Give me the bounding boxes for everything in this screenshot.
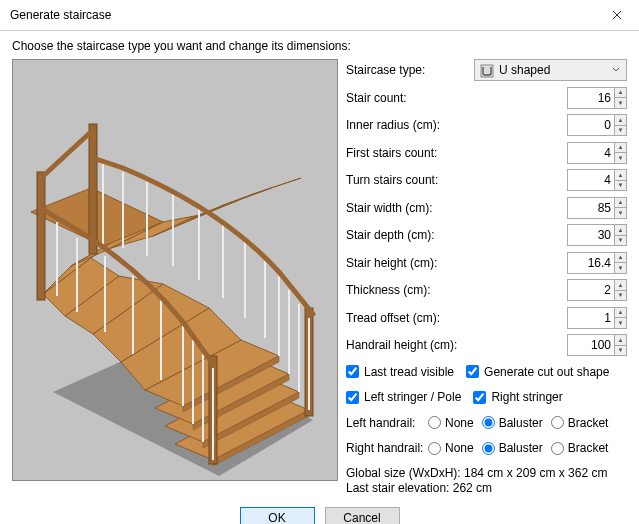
cut-out-checkbox[interactable]: Generate cut out shape (466, 365, 609, 379)
label-right-handrail: Right handrail: (346, 441, 428, 455)
right-handrail-none[interactable]: None (428, 441, 474, 455)
left-handrail-bracket[interactable]: Bracket (551, 416, 609, 430)
label-stair-count: Stair count: (346, 91, 466, 105)
stair-height-spinner[interactable]: ▲▼ (567, 252, 627, 274)
up-arrow-icon[interactable]: ▲ (615, 88, 626, 99)
instruction-text: Choose the staircase type you want and c… (12, 39, 627, 53)
staircase-preview[interactable] (12, 59, 338, 481)
label-stair-height: Stair height (cm): (346, 256, 466, 270)
tread-offset-input[interactable] (568, 308, 614, 328)
stair-width-input[interactable] (568, 198, 614, 218)
turn-stairs-input[interactable] (568, 170, 614, 190)
button-bar: OK Cancel (12, 507, 627, 524)
inner-radius-spinner[interactable]: ▲▼ (567, 114, 627, 136)
close-icon (612, 10, 622, 20)
handrail-height-input[interactable] (568, 335, 614, 355)
thickness-spinner[interactable]: ▲▼ (567, 279, 627, 301)
tread-offset-spinner[interactable]: ▲▼ (567, 307, 627, 329)
global-size-text: Global size (WxDxH): 184 cm x 209 cm x 3… (346, 466, 627, 482)
inner-radius-input[interactable] (568, 115, 614, 135)
right-stringer-checkbox[interactable]: Right stringer (473, 390, 562, 404)
dialog-content: Choose the staircase type you want and c… (0, 31, 639, 524)
label-first-stairs: First stairs count: (346, 146, 466, 160)
first-stairs-spinner[interactable]: ▲▼ (567, 142, 627, 164)
turn-stairs-spinner[interactable]: ▲▼ (567, 169, 627, 191)
parameter-form: Staircase type: U shaped Stair count: ▲▼ (346, 59, 627, 497)
label-inner-radius: Inner radius (cm): (346, 118, 466, 132)
last-tread-checkbox[interactable]: Last tread visible (346, 365, 454, 379)
label-type: Staircase type: (346, 63, 466, 77)
label-left-handrail: Left handrail: (346, 416, 428, 430)
left-handrail-none[interactable]: None (428, 416, 474, 430)
down-arrow-icon[interactable]: ▼ (615, 98, 626, 108)
thickness-input[interactable] (568, 280, 614, 300)
stair-height-input[interactable] (568, 253, 614, 273)
left-handrail-baluster[interactable]: Baluster (482, 416, 543, 430)
label-turn-stairs: Turn stairs count: (346, 173, 466, 187)
cancel-button[interactable]: Cancel (325, 507, 400, 524)
ok-button[interactable]: OK (240, 507, 315, 524)
svg-rect-23 (37, 172, 45, 300)
label-thickness: Thickness (cm): (346, 283, 466, 297)
label-stair-width: Stair width (cm): (346, 201, 466, 215)
label-tread-offset: Tread offset (cm): (346, 311, 466, 325)
u-shaped-icon (480, 64, 494, 78)
label-handrail-height: Handrail height (cm): (346, 338, 466, 352)
close-button[interactable] (594, 0, 639, 30)
svg-rect-22 (89, 124, 97, 254)
staircase-type-value: U shaped (499, 63, 550, 77)
info-block: Global size (WxDxH): 184 cm x 209 cm x 3… (346, 466, 627, 497)
stair-width-spinner[interactable]: ▲▼ (567, 197, 627, 219)
stair-depth-input[interactable] (568, 225, 614, 245)
staircase-3d-icon (13, 60, 337, 480)
label-stair-depth: Stair depth (cm): (346, 228, 466, 242)
last-elevation-text: Last stair elevation: 262 cm (346, 481, 627, 497)
title-bar: Generate staircase (0, 0, 639, 31)
right-handrail-bracket[interactable]: Bracket (551, 441, 609, 455)
right-handrail-baluster[interactable]: Baluster (482, 441, 543, 455)
stair-count-input[interactable] (568, 88, 614, 108)
window-title: Generate staircase (10, 8, 111, 22)
handrail-height-spinner[interactable]: ▲▼ (567, 334, 627, 356)
svg-marker-14 (221, 178, 301, 206)
stair-depth-spinner[interactable]: ▲▼ (567, 224, 627, 246)
chevron-down-icon (612, 66, 620, 74)
left-stringer-checkbox[interactable]: Left stringer / Pole (346, 390, 461, 404)
first-stairs-input[interactable] (568, 143, 614, 163)
staircase-type-select[interactable]: U shaped (474, 59, 627, 81)
stair-count-spinner[interactable]: ▲▼ (567, 87, 627, 109)
